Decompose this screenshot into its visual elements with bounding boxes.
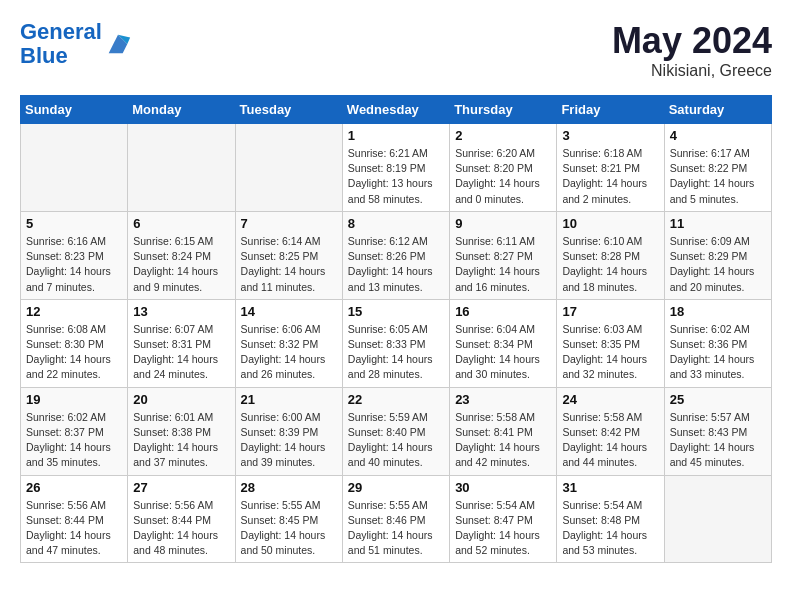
calendar-header: SundayMondayTuesdayWednesdayThursdayFrid… [21,96,772,124]
day-number: 3 [562,128,658,143]
day-info: Sunrise: 6:14 AMSunset: 8:25 PMDaylight:… [241,234,337,295]
day-number: 4 [670,128,766,143]
day-number: 12 [26,304,122,319]
day-number: 2 [455,128,551,143]
calendar-cell: 26Sunrise: 5:56 AMSunset: 8:44 PMDayligh… [21,475,128,563]
calendar-cell: 17Sunrise: 6:03 AMSunset: 8:35 PMDayligh… [557,299,664,387]
day-info: Sunrise: 5:57 AMSunset: 8:43 PMDaylight:… [670,410,766,471]
day-number: 18 [670,304,766,319]
day-of-week-header: Tuesday [235,96,342,124]
day-info: Sunrise: 6:01 AMSunset: 8:38 PMDaylight:… [133,410,229,471]
logo: General Blue [20,20,132,68]
day-number: 10 [562,216,658,231]
calendar-cell [128,124,235,212]
calendar-cell: 20Sunrise: 6:01 AMSunset: 8:38 PMDayligh… [128,387,235,475]
calendar-cell: 29Sunrise: 5:55 AMSunset: 8:46 PMDayligh… [342,475,449,563]
day-of-week-header: Friday [557,96,664,124]
title-block: May 2024 Nikisiani, Greece [612,20,772,80]
day-number: 16 [455,304,551,319]
calendar-cell: 9Sunrise: 6:11 AMSunset: 8:27 PMDaylight… [450,211,557,299]
day-info: Sunrise: 5:58 AMSunset: 8:42 PMDaylight:… [562,410,658,471]
calendar-cell [235,124,342,212]
day-info: Sunrise: 5:56 AMSunset: 8:44 PMDaylight:… [133,498,229,559]
calendar-cell: 15Sunrise: 6:05 AMSunset: 8:33 PMDayligh… [342,299,449,387]
day-info: Sunrise: 5:56 AMSunset: 8:44 PMDaylight:… [26,498,122,559]
calendar-cell: 28Sunrise: 5:55 AMSunset: 8:45 PMDayligh… [235,475,342,563]
calendar-cell: 22Sunrise: 5:59 AMSunset: 8:40 PMDayligh… [342,387,449,475]
calendar-cell: 16Sunrise: 6:04 AMSunset: 8:34 PMDayligh… [450,299,557,387]
calendar-week-row: 26Sunrise: 5:56 AMSunset: 8:44 PMDayligh… [21,475,772,563]
day-info: Sunrise: 6:05 AMSunset: 8:33 PMDaylight:… [348,322,444,383]
calendar-cell: 30Sunrise: 5:54 AMSunset: 8:47 PMDayligh… [450,475,557,563]
day-number: 23 [455,392,551,407]
day-info: Sunrise: 6:20 AMSunset: 8:20 PMDaylight:… [455,146,551,207]
day-info: Sunrise: 6:15 AMSunset: 8:24 PMDaylight:… [133,234,229,295]
day-info: Sunrise: 6:08 AMSunset: 8:30 PMDaylight:… [26,322,122,383]
day-info: Sunrise: 6:06 AMSunset: 8:32 PMDaylight:… [241,322,337,383]
calendar-week-row: 1Sunrise: 6:21 AMSunset: 8:19 PMDaylight… [21,124,772,212]
day-info: Sunrise: 6:21 AMSunset: 8:19 PMDaylight:… [348,146,444,207]
day-info: Sunrise: 6:18 AMSunset: 8:21 PMDaylight:… [562,146,658,207]
calendar-week-row: 19Sunrise: 6:02 AMSunset: 8:37 PMDayligh… [21,387,772,475]
day-of-week-header: Sunday [21,96,128,124]
day-info: Sunrise: 5:55 AMSunset: 8:45 PMDaylight:… [241,498,337,559]
calendar-cell: 11Sunrise: 6:09 AMSunset: 8:29 PMDayligh… [664,211,771,299]
day-info: Sunrise: 6:02 AMSunset: 8:37 PMDaylight:… [26,410,122,471]
calendar-week-row: 12Sunrise: 6:08 AMSunset: 8:30 PMDayligh… [21,299,772,387]
calendar-cell: 7Sunrise: 6:14 AMSunset: 8:25 PMDaylight… [235,211,342,299]
calendar-cell: 4Sunrise: 6:17 AMSunset: 8:22 PMDaylight… [664,124,771,212]
calendar-cell: 19Sunrise: 6:02 AMSunset: 8:37 PMDayligh… [21,387,128,475]
day-info: Sunrise: 5:59 AMSunset: 8:40 PMDaylight:… [348,410,444,471]
day-number: 21 [241,392,337,407]
day-number: 5 [26,216,122,231]
calendar-cell: 13Sunrise: 6:07 AMSunset: 8:31 PMDayligh… [128,299,235,387]
day-number: 25 [670,392,766,407]
day-info: Sunrise: 5:54 AMSunset: 8:48 PMDaylight:… [562,498,658,559]
calendar-week-row: 5Sunrise: 6:16 AMSunset: 8:23 PMDaylight… [21,211,772,299]
day-number: 26 [26,480,122,495]
day-number: 22 [348,392,444,407]
day-number: 19 [26,392,122,407]
page-header: General Blue May 2024 Nikisiani, Greece [20,20,772,80]
day-info: Sunrise: 6:10 AMSunset: 8:28 PMDaylight:… [562,234,658,295]
calendar-cell [21,124,128,212]
day-number: 30 [455,480,551,495]
days-of-week-row: SundayMondayTuesdayWednesdayThursdayFrid… [21,96,772,124]
calendar-cell: 24Sunrise: 5:58 AMSunset: 8:42 PMDayligh… [557,387,664,475]
logo-icon [104,30,132,58]
day-info: Sunrise: 6:09 AMSunset: 8:29 PMDaylight:… [670,234,766,295]
calendar-cell [664,475,771,563]
day-info: Sunrise: 6:04 AMSunset: 8:34 PMDaylight:… [455,322,551,383]
calendar-cell: 5Sunrise: 6:16 AMSunset: 8:23 PMDaylight… [21,211,128,299]
day-number: 14 [241,304,337,319]
day-number: 1 [348,128,444,143]
calendar-cell: 21Sunrise: 6:00 AMSunset: 8:39 PMDayligh… [235,387,342,475]
day-number: 27 [133,480,229,495]
calendar-body: 1Sunrise: 6:21 AMSunset: 8:19 PMDaylight… [21,124,772,563]
day-number: 17 [562,304,658,319]
day-info: Sunrise: 6:11 AMSunset: 8:27 PMDaylight:… [455,234,551,295]
day-number: 6 [133,216,229,231]
day-number: 28 [241,480,337,495]
calendar-cell: 3Sunrise: 6:18 AMSunset: 8:21 PMDaylight… [557,124,664,212]
day-info: Sunrise: 6:17 AMSunset: 8:22 PMDaylight:… [670,146,766,207]
day-number: 11 [670,216,766,231]
day-number: 9 [455,216,551,231]
calendar-cell: 6Sunrise: 6:15 AMSunset: 8:24 PMDaylight… [128,211,235,299]
day-number: 15 [348,304,444,319]
calendar-cell: 14Sunrise: 6:06 AMSunset: 8:32 PMDayligh… [235,299,342,387]
calendar-cell: 1Sunrise: 6:21 AMSunset: 8:19 PMDaylight… [342,124,449,212]
day-number: 7 [241,216,337,231]
day-info: Sunrise: 6:12 AMSunset: 8:26 PMDaylight:… [348,234,444,295]
calendar-cell: 27Sunrise: 5:56 AMSunset: 8:44 PMDayligh… [128,475,235,563]
day-number: 31 [562,480,658,495]
day-info: Sunrise: 5:55 AMSunset: 8:46 PMDaylight:… [348,498,444,559]
logo-text: General Blue [20,20,102,68]
day-info: Sunrise: 5:58 AMSunset: 8:41 PMDaylight:… [455,410,551,471]
day-number: 13 [133,304,229,319]
calendar-cell: 8Sunrise: 6:12 AMSunset: 8:26 PMDaylight… [342,211,449,299]
day-of-week-header: Wednesday [342,96,449,124]
day-of-week-header: Thursday [450,96,557,124]
calendar-cell: 25Sunrise: 5:57 AMSunset: 8:43 PMDayligh… [664,387,771,475]
calendar-cell: 31Sunrise: 5:54 AMSunset: 8:48 PMDayligh… [557,475,664,563]
